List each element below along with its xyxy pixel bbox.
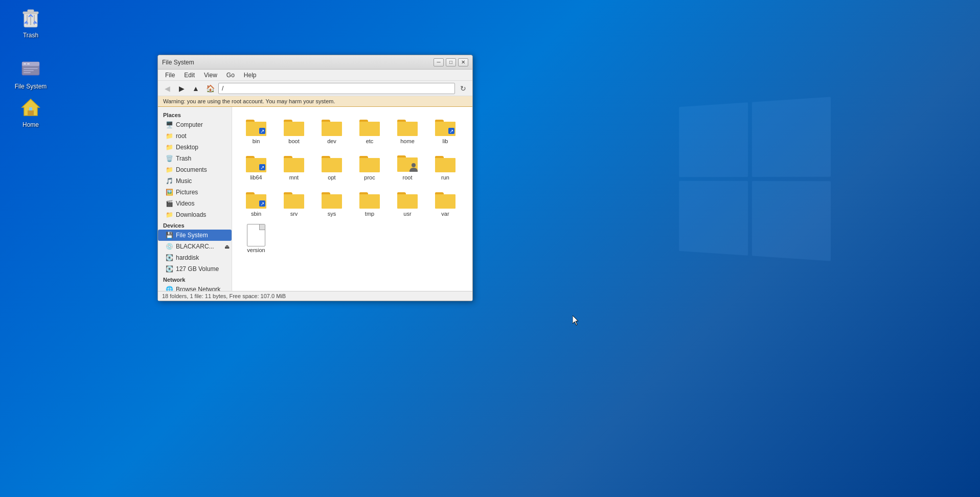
trash-desktop-icon[interactable]: Trash: [10, 5, 51, 39]
menu-view[interactable]: View: [200, 71, 221, 79]
sidebar-item-pictures[interactable]: 🖼️ Pictures: [158, 187, 232, 198]
forward-button[interactable]: ▶: [175, 83, 188, 94]
maximize-button[interactable]: □: [446, 58, 456, 66]
file-item-lib64[interactable]: ↗ lib64: [238, 149, 274, 184]
status-text: 18 folders, 1 file: 11 bytes, Free space…: [162, 293, 286, 299]
sidebar-desktop-label: Desktop: [176, 144, 198, 151]
home-button[interactable]: 🏠: [204, 83, 216, 94]
folder-icon: [434, 189, 457, 209]
content-area: Places 🖥️ Computer 📁 root 📁 Desktop 🗑️ T…: [158, 107, 472, 291]
root-folder-icon: 📁: [165, 132, 173, 140]
sidebar-item-filesystem[interactable]: 💾 File System: [158, 230, 232, 241]
file-name: proc: [364, 174, 375, 180]
file-item-lib[interactable]: ↗ lib: [427, 113, 463, 147]
close-button[interactable]: ✕: [458, 58, 468, 66]
sidebar-item-trash[interactable]: 🗑️ Trash: [158, 153, 232, 164]
menu-file[interactable]: File: [161, 71, 179, 79]
warning-bar: Warning: you are using the root account.…: [158, 96, 472, 107]
file-item-opt[interactable]: opt: [314, 149, 350, 184]
file-name: srv: [290, 211, 298, 217]
file-item-version[interactable]: version: [238, 222, 274, 256]
file-name: version: [247, 247, 265, 253]
folder-icon: [396, 189, 419, 209]
sidebar-volume-label: 127 GB Volume: [176, 265, 219, 273]
folder-icon: [321, 116, 343, 137]
file-name: etc: [366, 138, 374, 144]
file-name: opt: [328, 174, 335, 180]
sidebar-item-downloads[interactable]: 📁 Downloads: [158, 209, 232, 220]
file-name: mnt: [289, 174, 299, 180]
network-section-title: Network: [158, 275, 232, 284]
file-item-bin[interactable]: ↗ bin: [238, 113, 274, 147]
reload-button[interactable]: ↻: [457, 83, 469, 94]
svg-rect-11: [24, 70, 34, 71]
desktop-folder-icon: 📁: [165, 143, 173, 151]
volume-icon: 💽: [165, 265, 173, 273]
computer-icon: 🖥️: [165, 121, 173, 129]
sidebar-item-desktop[interactable]: 📁 Desktop: [158, 142, 232, 153]
menu-edit[interactable]: Edit: [180, 71, 199, 79]
svg-rect-15: [29, 107, 32, 110]
file-item-boot[interactable]: boot: [276, 113, 312, 147]
svg-text:↗: ↗: [260, 165, 264, 170]
eject-icon[interactable]: ⏏: [224, 243, 230, 250]
sidebar-downloads-label: Downloads: [176, 211, 206, 218]
sidebar-item-blackarc[interactable]: 💿 BLACKARC... ⏏: [158, 241, 232, 252]
svg-rect-10: [24, 68, 38, 69]
folder-icon: [434, 152, 457, 173]
folder-icon: [321, 152, 343, 173]
menu-help[interactable]: Help: [240, 71, 261, 79]
folder-icon: [396, 152, 419, 173]
file-item-usr[interactable]: usr: [390, 186, 425, 220]
sidebar-item-browse-network[interactable]: 🌐 Browse Network: [158, 284, 232, 291]
home-desktop-icon[interactable]: Home: [10, 95, 51, 128]
up-button[interactable]: ▲: [190, 83, 202, 94]
sidebar-videos-label: Videos: [176, 200, 194, 207]
address-bar[interactable]: /: [218, 83, 455, 94]
file-item-proc[interactable]: proc: [352, 149, 388, 184]
file-item-srv[interactable]: srv: [276, 186, 312, 220]
sidebar-item-computer[interactable]: 🖥️ Computer: [158, 119, 232, 130]
sidebar-item-root[interactable]: 📁 root: [158, 130, 232, 142]
file-item-etc[interactable]: etc: [352, 113, 388, 147]
file-item-sys[interactable]: sys: [314, 186, 350, 220]
status-bar: 18 folders, 1 file: 11 bytes, Free space…: [158, 291, 472, 301]
file-item-dev[interactable]: dev: [314, 113, 350, 147]
windows-logo: [673, 102, 837, 266]
mouse-cursor: [573, 315, 581, 326]
sidebar-trash-label: Trash: [176, 155, 191, 162]
file-name: lib: [442, 138, 448, 144]
sidebar-item-videos[interactable]: 🎬 Videos: [158, 198, 232, 209]
menu-go[interactable]: Go: [222, 71, 239, 79]
sidebar-computer-label: Computer: [176, 121, 203, 128]
svg-rect-12: [24, 72, 31, 73]
folder-icon: ↗: [245, 116, 267, 137]
file-item-tmp[interactable]: tmp: [352, 186, 388, 220]
back-button[interactable]: ◀: [161, 83, 173, 94]
file-name: sbin: [251, 211, 261, 217]
sidebar-item-documents[interactable]: 📁 Documents: [158, 164, 232, 175]
trash-sidebar-icon: 🗑️: [165, 154, 173, 163]
file-name: sys: [328, 211, 336, 217]
file-item-var[interactable]: var: [427, 186, 463, 220]
filesystem-icon: [18, 56, 43, 81]
file-item-root[interactable]: root: [390, 149, 425, 184]
filesystem-desktop-icon[interactable]: File System: [10, 56, 51, 90]
file-item-mnt[interactable]: mnt: [276, 149, 312, 184]
folder-icon: [358, 152, 381, 173]
sidebar-item-volume[interactable]: 💽 127 GB Volume: [158, 263, 232, 275]
file-item-run[interactable]: run: [427, 149, 463, 184]
home-icon-img: [18, 95, 43, 119]
folder-icon: ↗: [245, 189, 267, 209]
file-item-sbin[interactable]: ↗ sbin: [238, 186, 274, 220]
svg-point-22: [412, 163, 416, 167]
blackarc-icon: 💿: [165, 242, 173, 251]
file-item-home[interactable]: home: [390, 113, 425, 147]
sidebar-item-music[interactable]: 🎵 Music: [158, 175, 232, 187]
svg-rect-2: [28, 10, 34, 12]
minimize-button[interactable]: ─: [434, 58, 444, 66]
folder-icon: [358, 116, 381, 137]
sidebar-item-harddisk[interactable]: 💽 harddisk: [158, 252, 232, 263]
file-name: lib64: [250, 174, 262, 180]
file-name: home: [400, 138, 415, 144]
